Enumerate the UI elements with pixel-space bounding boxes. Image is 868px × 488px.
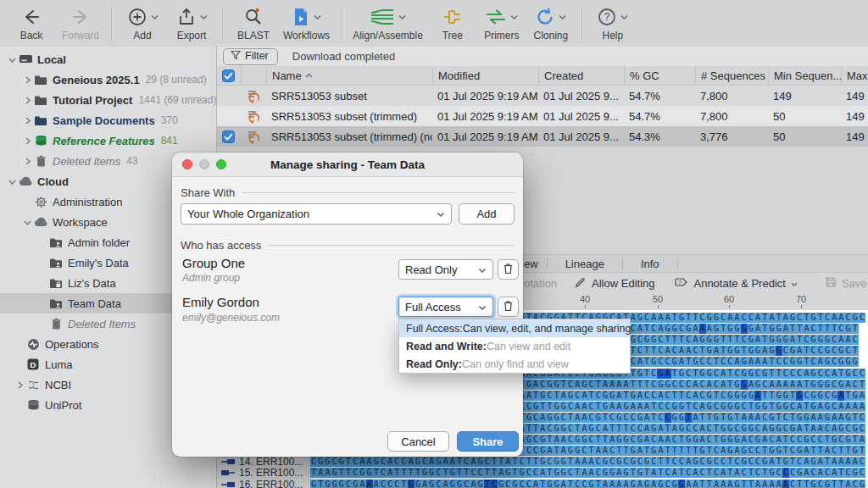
sequence-read-label[interactable]: 14. ERR100... (220, 457, 309, 467)
table-cell: SRR513053 subset (trimmed) (nor... (266, 130, 432, 143)
expander-open-icon[interactable] (7, 53, 18, 66)
expander-closed-icon[interactable] (22, 114, 33, 127)
base-char: G (768, 424, 775, 434)
expander-closed-icon[interactable] (14, 379, 25, 391)
row-checkbox[interactable] (217, 130, 241, 143)
expander-closed-icon[interactable] (22, 135, 33, 147)
base-char: G (824, 413, 831, 423)
base-char: C (859, 413, 865, 423)
base-char: T (560, 380, 567, 390)
menu-item-read-only-[interactable]: Read Only: Can only find and view (399, 355, 630, 373)
access-level-select-group-one[interactable]: Read Only (398, 259, 493, 280)
minimize-window-button[interactable] (199, 159, 209, 169)
annotation-fragment-label[interactable]: otation (524, 277, 557, 290)
base-char: A (733, 446, 740, 456)
expander-open-icon[interactable] (7, 175, 18, 188)
table-row[interactable]: SRR513053 subset01 Jul 2025 9:19 AM01 Ju… (217, 86, 868, 106)
share-button[interactable]: Share (457, 431, 519, 452)
base-char: C (380, 457, 387, 467)
column-header-name[interactable]: Name (266, 66, 432, 85)
cell-text: SRR513053 subset (271, 90, 367, 103)
cancel-button[interactable]: Cancel (387, 431, 449, 452)
add-button[interactable]: Add (459, 203, 515, 225)
base-char: A (615, 391, 622, 401)
annotate-predict-button[interactable]: ? Annotate & Predict (665, 276, 807, 291)
sidebar-item-sample-documents[interactable]: Sample Documents370 (0, 110, 216, 130)
sidebar-item-tutorial-project[interactable]: Tutorial Project1441 (69 unread) (0, 90, 216, 110)
remove-access-button[interactable] (498, 297, 519, 317)
base-char: C (852, 380, 859, 390)
access-level-select-emily[interactable]: Full Access (398, 297, 493, 317)
share-with-select[interactable]: Your Whole Organization (181, 203, 452, 225)
toolbar-button-workflows[interactable]: Workflows (278, 3, 335, 45)
toolbar-button-primers[interactable]: Primers (477, 3, 526, 45)
table-cell: 01 Jul 2025 9... (538, 90, 624, 103)
toolbar-button-align[interactable]: Align/Assemble (348, 3, 428, 45)
close-window-button[interactable] (182, 159, 192, 169)
base-char: C (817, 369, 824, 379)
dialog-title-bar[interactable]: Manage sharing - Team Data (172, 152, 523, 177)
toolbar-button-export[interactable]: Export (167, 3, 216, 45)
toolbar-button-cloning[interactable]: Cloning (526, 3, 576, 45)
table-row[interactable]: SRR513053 subset (trimmed) (nor...01 Jul… (217, 126, 868, 147)
zoom-window-button[interactable] (216, 159, 226, 169)
tab-fragment[interactable]: ew (524, 258, 547, 270)
folder-user-icon (48, 298, 64, 309)
base-char: A (504, 457, 511, 467)
expander-open-icon[interactable] (22, 216, 33, 229)
base-char: G (831, 435, 837, 445)
base-char: T (685, 446, 692, 456)
column-header--gc[interactable]: % GC (624, 66, 695, 85)
table-row[interactable]: SRR513053 subset (trimmed)01 Jul 2025 9:… (217, 106, 868, 126)
sequence-list-icon-cell (241, 89, 266, 103)
column-header-created[interactable]: Created (538, 66, 624, 85)
column-header-max-s-[interactable]: Max S... (841, 66, 868, 85)
sequence-row[interactable]: 16. ERR100...GTGGGCGAAACCCTGGAGCAGGCAGTC… (217, 480, 868, 488)
base-char: A (387, 468, 393, 478)
base-char: C (421, 457, 428, 467)
toolbar-button-blast[interactable]: BLAST (229, 3, 278, 45)
toolbar-button-back[interactable]: Back (7, 3, 56, 45)
toolbar-button-help[interactable]: ?Help (588, 3, 637, 45)
select-all-checkbox[interactable] (217, 66, 241, 85)
base-char: T (400, 468, 407, 478)
toolbar-button-forward[interactable]: Forward (56, 3, 105, 45)
expander-closed-icon[interactable] (22, 155, 33, 168)
expander-closed-icon[interactable] (22, 74, 33, 86)
save-button[interactable]: Save (815, 276, 868, 291)
sequence-read-label[interactable]: 15. ERR100... (220, 468, 309, 478)
filter-button[interactable]: Filter (223, 48, 278, 65)
toolbar-button-tree[interactable]: Tree (428, 3, 477, 45)
allow-editing-button[interactable]: Allow Editing (564, 276, 665, 291)
column-header-min-sequen-[interactable]: Min Sequen... (768, 66, 841, 85)
base-char: G (373, 457, 380, 467)
base-char: T (393, 468, 400, 478)
remove-access-button[interactable] (498, 259, 519, 280)
base-char: A (615, 380, 622, 390)
tab-info[interactable]: Info (623, 258, 677, 270)
expander-closed-icon[interactable] (22, 94, 33, 107)
tab-lineage[interactable]: Lineage (548, 258, 622, 270)
menu-item-read-and-write-[interactable]: Read and Write: Can view and edit (399, 337, 630, 355)
sidebar-item-label: Geneious 2025.1 (53, 74, 140, 86)
sidebar-item-local[interactable]: Local (0, 49, 216, 69)
base-char: A (733, 357, 740, 367)
sidebar-item-label: UniProt (45, 399, 81, 412)
column-header-modified[interactable]: Modified (432, 66, 538, 85)
column-header--sequences[interactable]: # Sequences (695, 66, 768, 85)
base-char: G (824, 380, 831, 390)
base-char: A (810, 424, 817, 434)
sidebar-item-geneious-2025-1[interactable]: Geneious 2025.129 (8 unread) (0, 69, 216, 90)
sequence-read-label[interactable]: 16. ERR100... (220, 480, 309, 488)
sidebar-item-reference-features[interactable]: Reference Features841 (0, 130, 216, 151)
sequence-row[interactable]: 14. ERR100...CGGCGTCAAGCACCAGCAGAATCAGCT… (217, 457, 868, 467)
base-char: A (554, 435, 560, 445)
base-char: C (671, 457, 678, 467)
menu-item-full-access-[interactable]: Full Access: Can view, edit, and manage … (399, 319, 630, 337)
ruler-tick-label: 60 (724, 294, 734, 304)
sequence-row[interactable]: 15. ERR100...TAAGTTCGGTCATTTTGGCTGTTCCTT… (217, 468, 868, 478)
base-char: C (657, 402, 664, 412)
toolbar-button-add[interactable]: Add (118, 3, 167, 45)
base-char: C (859, 369, 865, 379)
base-char: G (713, 324, 720, 334)
